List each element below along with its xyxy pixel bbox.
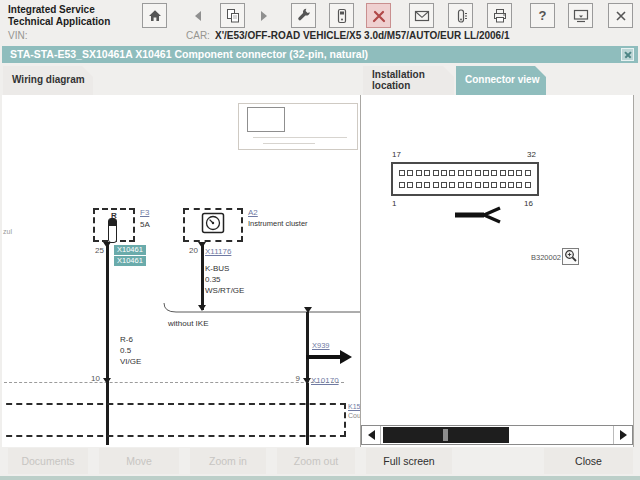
dialog-title-bar: STA-STA-E53_SX10461A X10461 Component co… <box>2 46 638 63</box>
connector-pin <box>441 182 447 188</box>
highlighted-connector-labels[interactable]: X10461 X10461 <box>114 245 146 267</box>
fuse-rating: 5A <box>140 219 150 230</box>
close-x-icon <box>614 9 628 23</box>
scrollbar-thumb[interactable] <box>383 427 509 443</box>
connector-label-selected[interactable]: X10461 <box>114 256 146 266</box>
connector-pin <box>483 170 489 176</box>
diagram-minimap[interactable] <box>238 103 358 150</box>
branch-note: without IKE <box>168 318 208 329</box>
pin-number: 25 <box>84 246 104 255</box>
connector-pin <box>475 170 481 176</box>
horizontal-scrollbar[interactable] <box>361 425 633 445</box>
documents-button[interactable]: Documents <box>8 448 88 474</box>
connector-pin <box>500 182 506 188</box>
instrument-cluster-box[interactable] <box>183 208 243 242</box>
connector-pin-topleft: 17 <box>392 150 401 159</box>
zoom-out-button[interactable]: Zoom out <box>277 448 355 474</box>
pin-number: 20 <box>178 246 198 255</box>
handheld-device-icon <box>334 8 350 24</box>
connector-pin <box>466 170 472 176</box>
connector-pin <box>500 170 506 176</box>
connector-pin <box>491 182 497 188</box>
dialog-title: STA-STA-E53_SX10461A X10461 Component co… <box>10 48 368 60</box>
service-functions-button[interactable] <box>291 3 316 28</box>
connector-pin <box>433 170 439 176</box>
car-value: X'/E53/OFF-ROAD VEHICLE/X5 3.0d/M57/AUTO… <box>215 30 510 41</box>
figure-id: B320002 <box>531 253 561 262</box>
cluster-link[interactable]: A2 <box>248 207 258 218</box>
wire-connector-arrow <box>198 242 206 248</box>
connector-label-selected[interactable]: X10461 <box>114 245 146 255</box>
exit-button[interactable] <box>608 3 633 28</box>
fuse-symbol <box>108 218 117 243</box>
messages-button[interactable] <box>409 3 434 28</box>
display-button[interactable] <box>568 3 593 28</box>
cluster-connector-link[interactable]: X11176 <box>205 246 231 257</box>
magnifier-icon <box>564 248 577 266</box>
connector-pin <box>525 182 531 188</box>
connector-pin <box>399 182 405 188</box>
question-mark-icon: ? <box>539 9 547 22</box>
close-button[interactable]: Close <box>544 448 633 474</box>
envelope-icon <box>414 8 430 24</box>
connector-pin <box>407 182 413 188</box>
bottom-connector-link[interactable]: X10170 <box>311 375 339 386</box>
wire-kbus <box>201 242 204 310</box>
vehicle-service-button[interactable] <box>366 3 391 28</box>
battery-test-button[interactable] <box>448 3 473 28</box>
zoom-in-button[interactable]: Zoom in <box>190 448 266 474</box>
help-button[interactable]: ? <box>530 3 555 28</box>
connector-pin <box>416 182 422 188</box>
branch-junction-arrow <box>198 305 206 311</box>
scroll-left-button[interactable] <box>362 426 381 444</box>
connector-pin <box>516 170 522 176</box>
connector-pin <box>483 182 489 188</box>
magnify-button[interactable] <box>562 248 579 265</box>
connector-view-panel: 17 32 1 16 B320002 <box>361 95 634 447</box>
connector-pin <box>433 182 439 188</box>
cluster-name: Instrument cluster <box>248 219 308 228</box>
boundary-link[interactable]: K15 <box>348 403 360 410</box>
scrollbar-track[interactable] <box>381 426 613 444</box>
connector-pin <box>466 182 472 188</box>
app-window: Integrated Service Technical Application… <box>0 0 640 480</box>
connector-pin-topright: 32 <box>527 150 536 159</box>
footer-strip <box>0 476 640 480</box>
app-title: Integrated Service Technical Application <box>8 4 110 28</box>
forward-arrow-icon <box>257 9 271 23</box>
tab-connector-view[interactable]: Connector view <box>456 66 546 95</box>
exit-arrow-shaft <box>306 355 342 359</box>
wiring-diagram-panel: zul R F3 5A 25 X10461 X10461 R-6 0.5 VI/… <box>2 95 361 447</box>
tab-installation-location[interactable]: Installation location <box>363 66 454 95</box>
connector-pin <box>424 182 430 188</box>
connector-pin <box>449 170 455 176</box>
dialog-close-icon[interactable] <box>621 48 634 61</box>
print-button[interactable] <box>487 3 512 28</box>
full-screen-button[interactable]: Full screen <box>366 448 452 474</box>
measuring-device-button[interactable] <box>329 3 354 28</box>
move-button[interactable]: Move <box>99 448 179 474</box>
crossed-tools-icon <box>371 8 387 24</box>
connector-pin <box>516 182 522 188</box>
workshop-documents-button[interactable] <box>220 3 245 28</box>
exit-arrow-head <box>340 350 352 364</box>
branch-arrow-link[interactable]: X939 <box>312 341 330 350</box>
wire-connector-arrow <box>103 242 111 248</box>
fuse-link[interactable]: F3 <box>140 207 149 218</box>
scroll-right-button[interactable] <box>613 426 632 444</box>
minimap-viewport[interactable] <box>247 107 285 132</box>
connector-pin <box>416 170 422 176</box>
fuse-component-box[interactable]: R <box>93 208 135 242</box>
connector-pin-bottomright: 16 <box>524 199 533 208</box>
forward-button[interactable] <box>251 3 276 28</box>
home-button[interactable] <box>142 3 167 28</box>
connector-pin <box>525 170 531 176</box>
back-button[interactable] <box>185 3 210 28</box>
monitor-icon <box>573 8 589 24</box>
wire-label-left: R-6 0.5 VI/GE <box>120 334 141 367</box>
branch-line <box>160 303 361 315</box>
connector-pin-bottomleft: 1 <box>392 199 396 208</box>
pin-number: 9 <box>280 374 300 383</box>
tab-wiring-diagram[interactable]: Wiring diagram <box>3 66 93 95</box>
scroll-left-icon <box>368 430 375 440</box>
